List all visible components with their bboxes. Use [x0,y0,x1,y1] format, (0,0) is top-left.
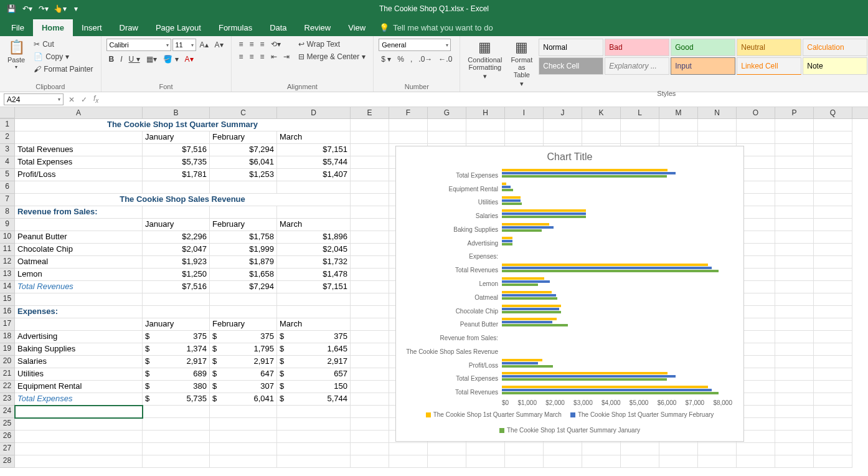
cell[interactable] [775,343,814,356]
increase-font-icon[interactable]: A▴ [197,39,211,50]
chart-bar[interactable] [502,389,712,391]
borders-button[interactable]: ▦▾ [144,54,159,65]
cell[interactable] [814,406,852,418]
cell[interactable]: Equipment Rental [15,381,143,393]
fx-icon[interactable]: fx [93,94,98,104]
row-header[interactable]: 4 [0,156,15,169]
cell[interactable] [737,455,775,468]
align-right-icon[interactable]: ≡ [258,51,267,62]
cell[interactable] [775,356,814,368]
cell[interactable] [814,131,852,144]
font-name-combo[interactable]: Calibri [106,39,171,51]
cell[interactable] [143,443,210,455]
cell[interactable]: Baking Supplies [15,343,143,356]
cell[interactable] [775,381,814,393]
cell[interactable]: Lemon [15,269,143,281]
cell[interactable] [737,443,775,455]
column-header[interactable]: Q [814,107,852,118]
cell[interactable]: $7,516 [143,281,210,293]
paste-button[interactable]: 📋 Paste▾ [5,39,27,72]
style-input[interactable]: Input [671,57,735,75]
cut-button[interactable]: ✂Cut [31,39,95,50]
chart-bar[interactable] [502,186,511,188]
cell[interactable] [775,206,814,219]
row-header[interactable]: 13 [0,269,15,281]
cell[interactable] [210,406,277,418]
cell[interactable] [15,181,143,194]
cell[interactable] [351,331,389,343]
chart-bar[interactable] [502,270,719,272]
cell[interactable] [277,431,351,443]
chart-bar[interactable] [502,216,586,218]
cell[interactable] [814,119,852,131]
underline-button[interactable]: U ▾ [126,54,143,65]
column-header[interactable]: H [466,107,505,118]
cell[interactable]: Revenue from Sales: [15,206,143,219]
cell[interactable]: $2,045 [277,244,351,256]
cell[interactable] [15,443,143,455]
chart-bar[interactable] [502,324,568,326]
cell[interactable] [775,306,814,318]
cell[interactable] [466,443,505,455]
decrease-decimal-icon[interactable]: ←.0 [436,54,455,65]
cell[interactable] [775,144,814,156]
cell[interactable] [544,131,582,144]
row-header[interactable]: 23 [0,393,15,406]
undo-icon[interactable]: ↶▾ [20,2,35,16]
cell[interactable]: $375 [210,331,277,343]
cell[interactable]: February [210,318,277,331]
column-header[interactable]: J [544,107,582,118]
chart-bar[interactable] [502,378,667,381]
cell[interactable] [351,281,389,293]
row-header[interactable]: 25 [0,418,15,431]
cell[interactable] [775,443,814,455]
row-header[interactable]: 27 [0,443,15,455]
italic-button[interactable]: I [118,54,125,65]
chart-bar[interactable] [502,226,554,229]
cell[interactable] [210,293,277,306]
column-header[interactable]: N [698,107,737,118]
cell[interactable]: $2,917 [210,356,277,368]
cell[interactable] [351,194,389,206]
chart-bar[interactable] [502,172,676,174]
cell[interactable]: The Cookie Shop 1st Quarter Summary [15,119,351,131]
percent-button[interactable]: % [395,54,407,65]
cell[interactable] [210,306,277,318]
legend-item[interactable]: The Cookie Shop 1st Quarter Summary Janu… [499,427,640,434]
cell[interactable] [621,443,659,455]
chart-legend[interactable]: The Cookie Shop 1st Quarter Summary Marc… [396,406,743,439]
cell[interactable] [15,455,143,468]
cell[interactable] [775,169,814,181]
cell[interactable] [814,455,852,468]
cell[interactable]: $7,151 [277,144,351,156]
column-header[interactable]: M [659,107,698,118]
align-middle-icon[interactable]: ≡ [247,39,257,50]
cell[interactable] [659,443,698,455]
tab-review[interactable]: Review [296,19,340,36]
touch-mode-icon[interactable]: 👆▾ [52,2,67,16]
cell[interactable] [466,455,505,468]
cell[interactable] [351,169,389,181]
cell[interactable] [351,156,389,169]
chart-bar[interactable] [502,199,521,202]
column-header[interactable]: F [389,107,428,118]
cell[interactable]: $1,732 [277,256,351,269]
tab-page-layout[interactable]: Page Layout [147,19,210,36]
cell[interactable] [143,418,210,431]
save-icon[interactable]: 💾 [4,2,19,16]
cell[interactable] [351,181,389,194]
cell[interactable]: $1,253 [210,169,277,181]
cell[interactable] [814,169,852,181]
cell[interactable] [814,206,852,219]
cell[interactable] [505,119,544,131]
chart-bar[interactable] [502,277,544,280]
cell[interactable]: Peanut Butter [15,231,143,244]
cell[interactable]: Profit/Loss [15,169,143,181]
cell[interactable]: $689 [143,368,210,381]
cell[interactable] [582,455,621,468]
cell[interactable] [277,455,351,468]
cell[interactable] [544,443,582,455]
row-header[interactable]: 24 [0,406,15,418]
cell[interactable] [775,156,814,169]
cell[interactable] [210,206,277,219]
